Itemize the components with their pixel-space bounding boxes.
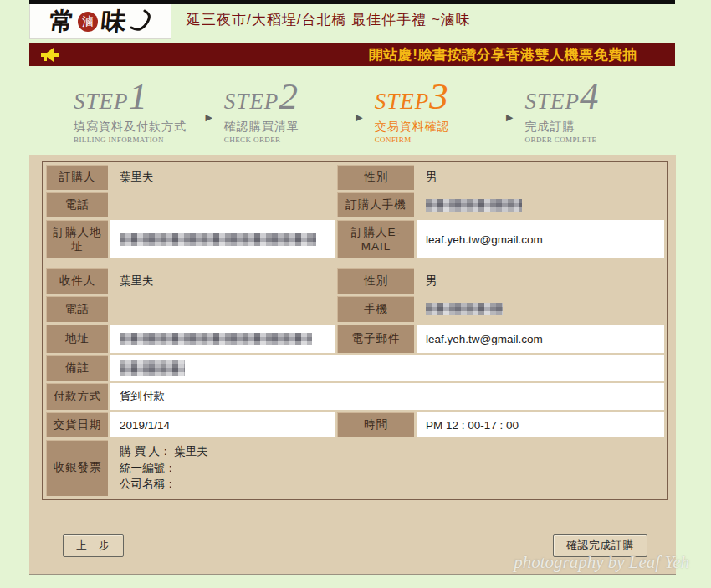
brand-logo[interactable]: 常 滷 味: [29, 0, 171, 39]
step-4-number: 4: [580, 80, 599, 112]
step-1-number: 1: [129, 80, 148, 112]
remark-label: 備註: [46, 355, 108, 381]
step-4-word: STEP: [525, 89, 581, 115]
step-1-billing: STEP1 填寫資料及付款方式 BILLING INFORMATION: [74, 80, 200, 144]
recipient-address-label: 地址: [46, 325, 108, 353]
step-4-title: 完成訂購: [525, 120, 652, 135]
recipient-email-value: leaf.yeh.tw@gmail.com: [417, 325, 664, 353]
page-header: 常 滷 味 延三夜市/大稻埕/台北橋 最佳伴手禮 ~滷味: [29, 0, 676, 42]
redacted-value: [120, 333, 312, 345]
orderer-mobile-value: [417, 192, 664, 217]
payment-label: 付款方式: [46, 383, 108, 410]
step-2-number: 2: [279, 80, 298, 112]
megaphone-icon: [40, 48, 59, 62]
recipient-mobile-label: 手機: [337, 296, 414, 322]
orderer-email-value: leaf.yeh.tw@gmail.com: [417, 220, 664, 258]
step-1-title: 填寫資料及付款方式: [74, 120, 200, 135]
step-2-check-order: STEP2 確認購買清單 CHECK ORDER: [224, 80, 350, 144]
remark-value: [110, 355, 664, 381]
redacted-value: [120, 360, 185, 376]
promo-banner: 開站慶!臉書按讚分享香港雙人機票免費抽: [29, 43, 675, 66]
recipient-value: 葉里夫: [110, 268, 335, 294]
orderer-phone-label: 電話: [46, 192, 108, 217]
recipient-address-value: [110, 325, 335, 353]
delivery-date-label: 交貨日期: [46, 412, 108, 437]
invoice-company-line: 公司名稱：: [120, 476, 664, 493]
orderer-label: 訂購人: [46, 165, 108, 190]
invoice-tax-id-line: 統一編號：: [120, 460, 664, 477]
orderer-address-value: [110, 220, 335, 258]
orderer-phone-value: [110, 192, 335, 217]
row-remark: 備註: [46, 355, 664, 381]
orderer-address-label: 訂購人地址: [46, 220, 108, 258]
row-invoice: 收銀發票 購 買 人： 葉里夫 統一編號： 公司名稱：: [46, 440, 664, 496]
site-title: 延三夜市/大稻埕/台北橋 最佳伴手禮 ~滷味: [187, 10, 471, 29]
delivery-time-value: PM 12 : 00-17 : 00: [417, 412, 664, 437]
payment-value: 貨到付款: [110, 383, 664, 410]
step-4-subtitle: ORDER COMPLETE: [525, 135, 652, 144]
step-arrow-icon: ▶: [356, 112, 362, 123]
step-arrow-icon: ▶: [205, 112, 212, 123]
checkout-steps-nav: STEP1 填寫資料及付款方式 BILLING INFORMATION ▶ ST…: [29, 69, 675, 144]
row-orderer-address: 訂購人地址 訂購人E-MAIL leaf.yeh.tw@gmail.com: [46, 220, 664, 258]
step-3-number: 3: [429, 80, 448, 112]
redacted-value: [426, 199, 522, 212]
orderer-email-label: 訂購人E-MAIL: [337, 220, 414, 258]
redacted-value: [120, 233, 316, 246]
step-1-subtitle: BILLING INFORMATION: [74, 135, 200, 144]
step-arrow-icon: ▶: [506, 112, 513, 123]
orderer-value: 葉里夫: [110, 165, 335, 190]
recipient-phone-value: [110, 296, 335, 322]
invoice-buyer-line: 購 買 人： 葉里夫: [120, 443, 664, 460]
invoice-value: 購 買 人： 葉里夫 統一編號： 公司名稱：: [110, 440, 664, 496]
confirm-order-button[interactable]: 確認完成訂購: [553, 534, 647, 557]
logo-left-char: 常: [48, 5, 76, 39]
logo-seal: 滷: [78, 12, 98, 32]
redacted-value: [426, 303, 503, 315]
orderer-gender-label: 性別: [337, 165, 414, 190]
row-orderer: 訂購人 葉里夫 性別 男: [46, 165, 664, 190]
recipient-phone-label: 電話: [46, 296, 108, 322]
promo-link[interactable]: 開站慶!臉書按讚分享香港雙人機票免費抽: [369, 45, 637, 64]
step-1-word: STEP: [74, 89, 129, 115]
row-delivery: 交貨日期 2019/1/14 時間 PM 12 : 00-17 : 00: [46, 412, 664, 437]
section-spacer: [46, 261, 664, 268]
order-summary-table: 訂購人 葉里夫 性別 男 電話 訂購人手機 訂購人地址 訂購人E-MAIL le…: [42, 161, 668, 500]
top-cutoff-strip: [29, 0, 675, 4]
row-recipient-phone: 電話 手機: [46, 296, 664, 322]
row-payment: 付款方式 貨到付款: [46, 383, 664, 410]
logo-right-char: 味: [100, 5, 128, 39]
row-recipient-address: 地址 電子郵件 leaf.yeh.tw@gmail.com: [46, 325, 664, 353]
step-3-word: STEP: [375, 89, 430, 115]
row-recipient: 收件人 葉里夫 性別 男: [46, 268, 664, 294]
orderer-gender-value: 男: [417, 165, 664, 190]
orderer-mobile-label: 訂購人手機: [337, 192, 414, 217]
recipient-gender-label: 性別: [337, 268, 414, 294]
recipient-email-label: 電子郵件: [337, 325, 414, 353]
prev-step-button[interactable]: 上一步: [63, 534, 124, 557]
order-summary-panel: 訂購人 葉里夫 性別 男 電話 訂購人手機 訂購人地址 訂購人E-MAIL le…: [29, 155, 676, 575]
logo-brushstroke-icon: [130, 8, 151, 36]
invoice-label: 收銀發票: [46, 440, 108, 496]
action-bar: 上一步 確認完成訂購: [42, 534, 668, 557]
step-3-confirm-active: STEP3 交易資料確認 CONFIRM: [375, 80, 501, 144]
step-4-complete: STEP4 完成訂購 ORDER COMPLETE: [525, 80, 652, 144]
step-3-title: 交易資料確認: [375, 120, 501, 135]
recipient-label: 收件人: [46, 268, 108, 294]
delivery-date-value: 2019/1/14: [110, 412, 335, 437]
step-3-subtitle: CONFIRM: [375, 135, 501, 144]
row-orderer-phone: 電話 訂購人手機: [46, 192, 664, 217]
recipient-mobile-value: [417, 296, 664, 322]
step-2-title: 確認購買清單: [224, 120, 350, 135]
step-2-word: STEP: [224, 89, 279, 115]
step-2-subtitle: CHECK ORDER: [224, 135, 350, 144]
recipient-gender-value: 男: [417, 268, 664, 294]
delivery-time-label: 時間: [337, 412, 414, 437]
